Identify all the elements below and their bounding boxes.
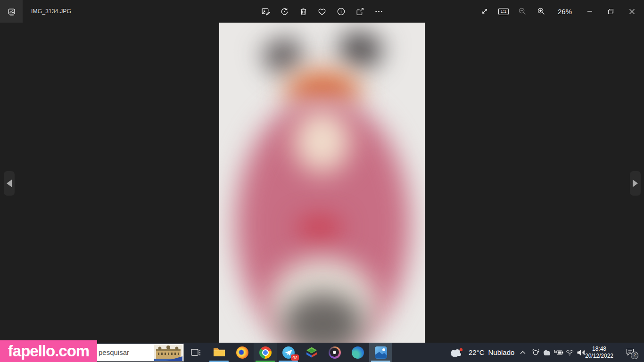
battery-charging-icon[interactable] bbox=[553, 343, 564, 362]
clock-date: 20/12/2022 bbox=[585, 353, 613, 360]
share-button[interactable] bbox=[350, 0, 369, 23]
weather-cloud-icon bbox=[449, 347, 465, 358]
photo-abstract-shape bbox=[336, 29, 385, 69]
taskbar-clock[interactable]: 18:48 20/12/2022 bbox=[584, 343, 615, 362]
watermark-text: fapello.com bbox=[8, 342, 89, 360]
minimize-button[interactable] bbox=[579, 0, 600, 23]
notification-count-badge: 2 bbox=[631, 352, 638, 359]
fullscreen-button[interactable] bbox=[475, 0, 494, 23]
weather-temperature: 22°C bbox=[469, 348, 485, 356]
weather-condition: Nublado bbox=[488, 348, 515, 356]
bluestacks-icon bbox=[305, 346, 318, 358]
zoom-out-button[interactable] bbox=[513, 0, 532, 23]
photos-app-icon[interactable] bbox=[0, 0, 23, 23]
delete-button[interactable] bbox=[294, 0, 313, 23]
hidden-icons-chevron[interactable] bbox=[517, 343, 529, 362]
photos-app-glyph bbox=[7, 7, 17, 16]
info-button[interactable] bbox=[331, 0, 350, 23]
telegram-unread-badge: 47 bbox=[291, 354, 299, 361]
notification-center-button[interactable]: 2 bbox=[619, 343, 641, 362]
screen-capture-icon[interactable] bbox=[530, 343, 541, 362]
next-image-button[interactable] bbox=[630, 171, 641, 196]
search-placeholder-text: pesquisar bbox=[99, 344, 129, 361]
chrome-icon bbox=[259, 346, 272, 359]
image-toolbar bbox=[256, 0, 388, 23]
photos-taskbar-button[interactable] bbox=[369, 343, 392, 362]
view-controls: 1:1 26% bbox=[475, 0, 644, 23]
firefox-button[interactable] bbox=[231, 343, 254, 362]
rotate-button[interactable] bbox=[275, 0, 294, 23]
edit-image-button[interactable] bbox=[256, 0, 275, 23]
chrome-button[interactable] bbox=[254, 343, 277, 362]
disc-app-button[interactable] bbox=[323, 343, 346, 362]
actual-size-label: 1:1 bbox=[498, 8, 509, 15]
task-view-icon bbox=[190, 347, 202, 358]
image-filename: IMG_3134.JPG bbox=[31, 0, 71, 23]
telegram-button[interactable]: 47 bbox=[277, 343, 300, 362]
bluestacks-button[interactable] bbox=[300, 343, 323, 362]
onedrive-icon[interactable] bbox=[541, 343, 553, 362]
zoom-level-value: 26% bbox=[551, 8, 579, 16]
file-explorer-icon bbox=[213, 347, 225, 357]
actual-size-button[interactable]: 1:1 bbox=[494, 0, 513, 23]
close-button[interactable] bbox=[621, 0, 643, 23]
disc-app-icon bbox=[329, 346, 341, 359]
wifi-icon[interactable] bbox=[564, 343, 575, 362]
photo-abstract-shape bbox=[294, 109, 350, 173]
clock-time: 18:48 bbox=[592, 346, 606, 353]
zoom-in-button[interactable] bbox=[532, 0, 551, 23]
weather-widget[interactable]: 22°C Nublado bbox=[449, 343, 514, 362]
next-arrow-icon bbox=[633, 180, 638, 187]
favorite-button[interactable] bbox=[313, 0, 331, 23]
photos-taskbar-icon bbox=[375, 346, 387, 359]
previous-image-button[interactable] bbox=[4, 171, 15, 196]
photo-canvas[interactable] bbox=[219, 22, 425, 343]
firefox-icon bbox=[236, 346, 248, 359]
edge-icon bbox=[352, 346, 364, 359]
watermark-banner: fapello.com bbox=[0, 340, 97, 362]
previous-arrow-icon bbox=[7, 180, 12, 187]
search-highlight-image[interactable] bbox=[154, 345, 182, 362]
edge-button[interactable] bbox=[346, 343, 369, 362]
photo-abstract-shape bbox=[261, 36, 305, 74]
more-options-button[interactable] bbox=[369, 0, 388, 23]
photo-abstract-shape bbox=[297, 220, 342, 235]
taskbar-app-icons: 47 bbox=[184, 343, 392, 362]
photos-app-window: IMG_3134.JPG bbox=[0, 0, 644, 362]
task-view-button[interactable] bbox=[184, 343, 207, 362]
restore-button[interactable] bbox=[600, 0, 621, 23]
title-bar: IMG_3134.JPG bbox=[0, 0, 644, 23]
file-explorer-button[interactable] bbox=[207, 343, 231, 362]
